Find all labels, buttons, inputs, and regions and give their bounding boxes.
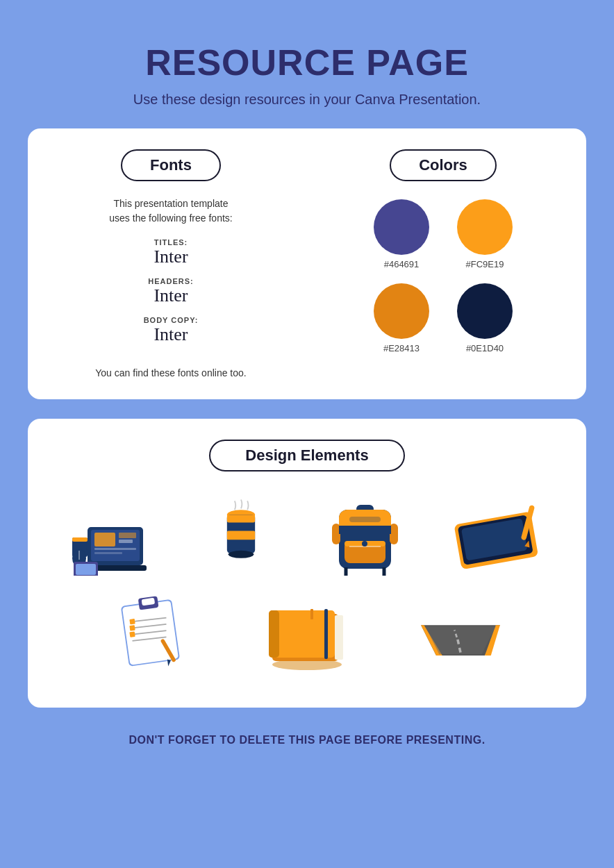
laptop-element: [67, 492, 164, 576]
tablet-element: [451, 492, 548, 576]
color-hex-4: #0E1D40: [466, 343, 504, 353]
svg-rect-45: [129, 619, 135, 624]
svg-rect-46: [129, 625, 135, 631]
color-hex-2: #FC9E19: [466, 259, 504, 269]
svg-rect-17: [226, 515, 254, 523]
road-element: [412, 590, 509, 673]
font-entry-body: BODY COPY: Inter: [144, 316, 199, 345]
footer-note: DON'T FORGET TO DELETE THIS PAGE BEFORE …: [128, 734, 485, 746]
font-name-titles: Inter: [154, 247, 188, 267]
font-name-headers: Inter: [148, 285, 193, 306]
svg-rect-14: [76, 564, 96, 575]
notebook-element: [258, 590, 356, 673]
color-item-3: #E28413: [374, 283, 429, 353]
color-circle-3: [374, 283, 429, 339]
svg-rect-31: [349, 517, 381, 522]
svg-rect-2: [72, 537, 88, 542]
color-grid: #464691 #FC9E19 #E28413 #0E1D40: [374, 199, 513, 353]
clipboard-element: [105, 590, 202, 673]
color-circle-1: [374, 199, 429, 255]
font-label-headers: HEADERS:: [148, 277, 193, 285]
color-item-1: #464691: [374, 199, 429, 269]
coffee-cup-element: [199, 496, 283, 572]
svg-rect-52: [335, 615, 343, 660]
fonts-intro: This presentation templateuses the follo…: [109, 197, 232, 226]
elements-row-1: [49, 492, 565, 576]
font-label-body: BODY COPY:: [144, 316, 199, 324]
color-item-2: #FC9E19: [457, 199, 513, 269]
colors-tab: Colors: [390, 149, 497, 181]
svg-rect-56: [310, 609, 313, 619]
color-hex-3: #E28413: [383, 343, 420, 353]
svg-rect-54: [269, 610, 279, 658]
svg-rect-30: [339, 526, 391, 534]
font-label-titles: TITLES:: [154, 238, 188, 247]
svg-rect-6: [119, 533, 136, 538]
fonts-section: Fonts This presentation templateuses the…: [49, 149, 307, 378]
elements-row-2: [49, 590, 565, 673]
page-title: RESOURCE PAGE: [145, 42, 469, 83]
fonts-tab: Fonts: [121, 149, 221, 181]
color-circle-2: [457, 199, 513, 255]
font-entry-headers: HEADERS: Inter: [148, 277, 193, 306]
design-elements-card: Design Elements: [28, 419, 586, 708]
svg-rect-18: [226, 531, 254, 540]
colors-section: Colors #464691 #FC9E19 #E28413 #0E1D40: [307, 149, 565, 378]
svg-rect-5: [94, 533, 115, 546]
svg-point-19: [228, 551, 254, 558]
color-hex-1: #464691: [384, 259, 420, 269]
svg-rect-8: [94, 548, 136, 550]
fonts-footer: You can find these fonts online too.: [95, 367, 246, 378]
font-entry-titles: TITLES: Inter: [154, 238, 188, 267]
page-subtitle: Use these design resources in your Canva…: [133, 92, 481, 108]
color-circle-4: [457, 283, 513, 339]
font-name-body: Inter: [144, 324, 199, 345]
svg-rect-55: [324, 609, 328, 659]
svg-rect-9: [94, 552, 122, 554]
design-elements-tab: Design Elements: [209, 440, 404, 471]
color-item-4: #0E1D40: [457, 283, 513, 353]
fonts-colors-card: Fonts This presentation templateuses the…: [28, 128, 586, 399]
svg-point-27: [362, 541, 367, 546]
svg-rect-47: [129, 631, 135, 637]
backpack-element: [318, 492, 415, 576]
svg-rect-7: [119, 540, 133, 543]
